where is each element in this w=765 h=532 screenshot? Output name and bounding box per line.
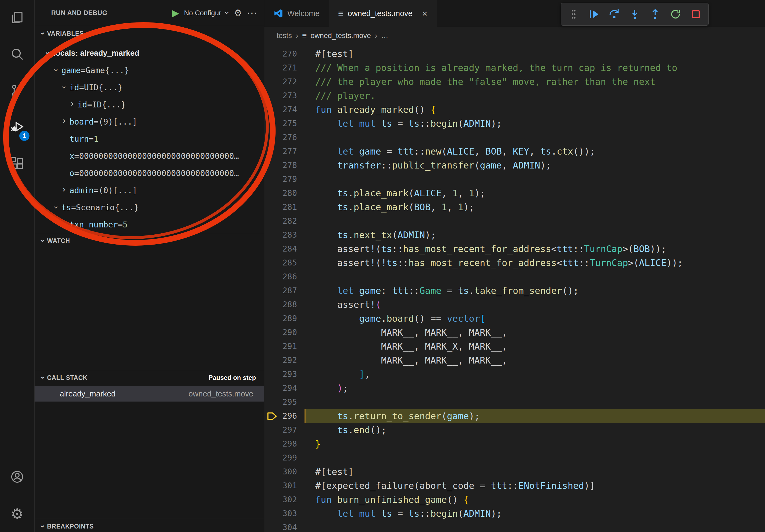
code-line[interactable]: 301#[expected_failure(abort_code = ttt::… (264, 479, 765, 493)
chevron-right-icon[interactable]: › (59, 117, 69, 125)
sidebar-item-run-and-debug[interactable]: 1 (0, 109, 34, 146)
code-line[interactable]: 297 ts.end(); (264, 423, 765, 437)
code-line[interactable]: 283 ts.next_tx(ADMIN); (264, 228, 765, 242)
tab-owned-tests-move[interactable]: ≡ owned_tests.move × (329, 0, 437, 27)
code-line[interactable]: 300#[test] (264, 465, 765, 479)
code-line[interactable]: 298} (264, 437, 765, 451)
code-line[interactable]: 289 game.board() == vector[ (264, 312, 765, 326)
code-line[interactable]: 276 (264, 131, 765, 144)
code-line[interactable]: 285 assert!(!ts::has_most_recent_for_add… (264, 256, 765, 270)
line-number[interactable]: 295 (264, 395, 305, 409)
variable-row[interactable]: ›id = ID{...} (35, 96, 264, 113)
line-number[interactable]: 297 (264, 423, 305, 437)
sidebar-item-extensions[interactable] (0, 146, 34, 182)
breakpoints-section-header[interactable]: › BREAKPOINTS (35, 519, 264, 532)
chevron-down-icon[interactable]: › (52, 65, 60, 76)
line-number[interactable]: 290 (264, 326, 305, 339)
line-number[interactable]: 281 (264, 200, 305, 214)
code-line[interactable]: 288 assert!( (264, 298, 765, 312)
line-number[interactable]: 301 (264, 479, 305, 493)
line-number[interactable]: 279 (264, 172, 305, 186)
line-number[interactable]: 283 (264, 228, 305, 242)
line-number[interactable]: 273 (264, 89, 305, 103)
code-line[interactable]: 270#[test] (264, 47, 765, 61)
step-into-button[interactable] (629, 8, 641, 20)
code-line[interactable]: 302fun burn_unfinished_game() { (264, 493, 765, 507)
line-number[interactable]: 299 (264, 451, 305, 465)
line-number[interactable]: 271 (264, 61, 305, 75)
code-line[interactable]: 280 ts.place_mark(ALICE, 1, 1); (264, 186, 765, 200)
variable-row[interactable]: ›x = 00000000000000000000000000000000… (35, 147, 264, 164)
sidebar-item-source-control[interactable] (0, 73, 34, 109)
line-number[interactable]: 292 (264, 353, 305, 367)
line-number[interactable]: 287 (264, 284, 305, 298)
start-debugging-icon[interactable]: ▶ (172, 8, 179, 17)
code-line[interactable]: 290 MARK__, MARK__, MARK__, (264, 326, 765, 339)
line-number[interactable]: 291 (264, 339, 305, 353)
line-number[interactable]: 302 (264, 493, 305, 507)
account-button[interactable] (0, 459, 34, 496)
code-line[interactable]: 291 MARK__, MARK_X, MARK__, (264, 339, 765, 353)
settings-button[interactable]: ⚙ (0, 496, 34, 532)
variable-row[interactable]: ›admin = (0)[...] (35, 182, 264, 199)
chevron-right-icon[interactable]: › (67, 100, 77, 108)
variable-row[interactable]: ›txn_number = 5 (35, 216, 264, 233)
code-line[interactable]: 274fun already_marked() { (264, 103, 765, 117)
line-number[interactable]: 298 (264, 437, 305, 451)
code-line[interactable]: 303 let mut ts = ts::begin(ADMIN); (264, 507, 765, 520)
variable-row[interactable]: ›id = UID{...} (35, 79, 264, 96)
line-number[interactable]: 300 (264, 465, 305, 479)
line-number[interactable]: 303 (264, 507, 305, 520)
code-line[interactable]: 299 (264, 451, 765, 465)
step-out-button[interactable] (649, 8, 661, 20)
code-line[interactable]: 296 ts.return_to_sender(game); (264, 409, 765, 423)
line-number[interactable]: 282 (264, 214, 305, 228)
step-over-button[interactable] (608, 8, 620, 20)
close-icon[interactable]: × (422, 9, 427, 18)
variable-row[interactable]: ›board = (9)[...] (35, 113, 264, 130)
tab-welcome[interactable]: Welcome (264, 0, 329, 27)
variable-row[interactable]: ›ts = Scenario{...} (35, 199, 264, 216)
chevron-down-icon[interactable]: › (223, 11, 232, 14)
chevron-down-icon[interactable]: › (60, 82, 68, 93)
line-number[interactable]: 276 (264, 131, 305, 144)
stop-button[interactable] (690, 8, 702, 20)
code-line[interactable]: 278 transfer::public_transfer(game, ADMI… (264, 158, 765, 172)
breadcrumb-symbol[interactable]: … (381, 32, 388, 40)
sidebar-item-explorer[interactable] (0, 0, 34, 36)
sidebar-item-search[interactable] (0, 36, 34, 73)
config-dropdown[interactable]: No Configur (184, 9, 221, 17)
continue-button[interactable] (588, 8, 600, 20)
code-line[interactable]: 284 assert!(ts::has_most_recent_for_addr… (264, 242, 765, 256)
line-number[interactable]: 275 (264, 117, 305, 131)
more-actions-icon[interactable]: ⋯ (247, 7, 258, 19)
call-stack-section-header[interactable]: › CALL STACK Paused on step (35, 370, 264, 385)
chevron-right-icon[interactable]: › (59, 185, 69, 193)
callstack-frame[interactable]: already_marked owned_tests.move (35, 386, 264, 401)
line-number[interactable]: 293 (264, 367, 305, 381)
variable-row[interactable]: ›o = 00000000000000000000000000000000… (35, 164, 264, 182)
code-line[interactable]: 281 ts.place_mark(BOB, 1, 1); (264, 200, 765, 214)
line-number[interactable]: 274 (264, 103, 305, 117)
code-line[interactable]: 277 let game = ttt::new(ALICE, BOB, KEY,… (264, 144, 765, 158)
line-number[interactable]: 286 (264, 270, 305, 284)
variable-row[interactable]: ›turn = 1 (35, 130, 264, 147)
variable-scope-row[interactable]: ›locals: already_marked (35, 45, 264, 62)
chevron-down-icon[interactable]: › (44, 48, 52, 58)
gear-icon[interactable]: ⚙ (234, 8, 242, 18)
line-number[interactable]: 296 (264, 409, 305, 423)
chevron-down-icon[interactable]: › (52, 202, 60, 213)
code-line[interactable]: 292 MARK__, MARK__, MARK__, (264, 353, 765, 367)
line-number[interactable]: 284 (264, 242, 305, 256)
breadcrumb-folder[interactable]: tests (277, 32, 292, 40)
line-number[interactable]: 272 (264, 75, 305, 89)
line-number[interactable]: 289 (264, 312, 305, 326)
code-area[interactable]: 270#[test]271/// When a position is alre… (264, 44, 765, 532)
line-number[interactable]: 278 (264, 158, 305, 172)
code-line[interactable]: 286 (264, 270, 765, 284)
line-number[interactable]: 270 (264, 47, 305, 61)
code-line[interactable]: 275 let mut ts = ts::begin(ADMIN); (264, 117, 765, 131)
line-number[interactable]: 304 (264, 520, 305, 532)
variables-section-header[interactable]: › VARIABLES (35, 26, 264, 41)
code-line[interactable]: 304 (264, 520, 765, 532)
